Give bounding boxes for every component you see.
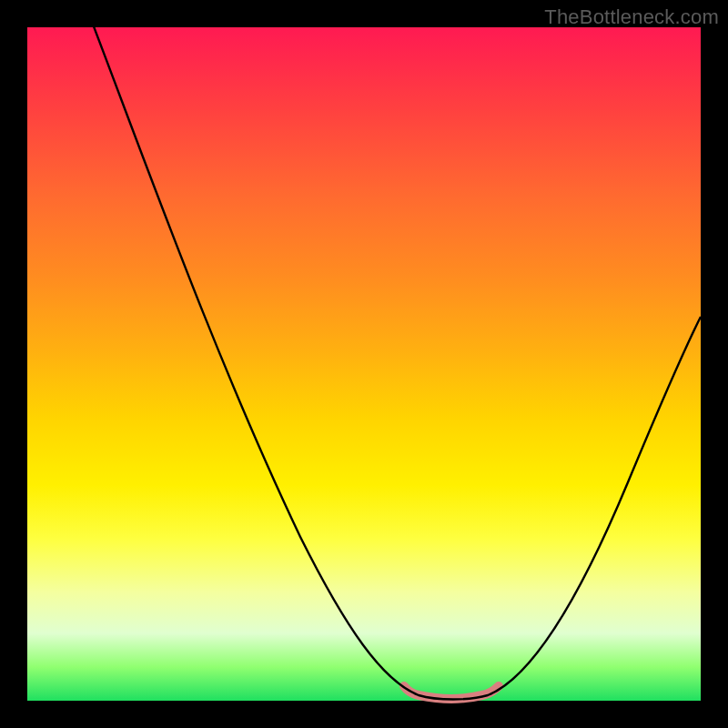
curve-layer [27, 27, 701, 701]
bottleneck-curve-path [80, 0, 701, 700]
chart-frame: TheBottleneck.com [0, 0, 728, 728]
watermark-text: TheBottleneck.com [544, 5, 719, 29]
